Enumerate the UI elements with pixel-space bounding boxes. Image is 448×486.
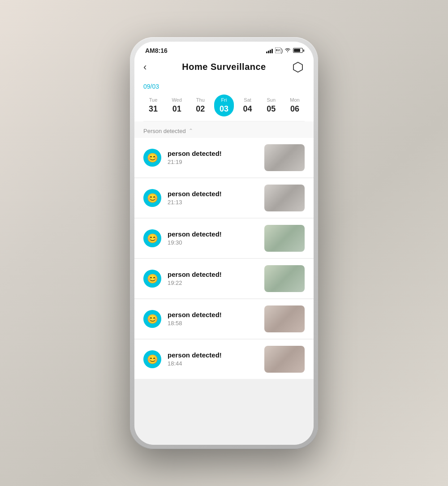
person-detect-icon: 😊 [147,193,158,203]
event-item[interactable]: 😊 person detected! 18:58 [134,299,314,339]
event-title: person detected! [168,190,258,198]
event-title: person detected! [168,351,258,359]
app-header: ‹ Home Surveillance [134,57,314,79]
event-thumbnail[interactable] [264,305,305,332]
event-item[interactable]: 😊 person detected! 18:44 [134,340,314,379]
day-item-01[interactable]: Wed01 [167,95,187,116]
back-button[interactable]: ‹ [143,61,157,73]
event-title: person detected! [168,150,258,157]
day-item-06[interactable]: Mon06 [285,95,305,116]
event-icon: 😊 [143,229,161,247]
person-detect-icon: 😊 [147,354,158,365]
event-time: 18:58 [168,320,258,327]
event-thumbnail[interactable] [264,225,305,252]
day-name: Mon [290,97,299,103]
event-thumbnail[interactable] [264,265,305,292]
event-time: 21:13 [168,199,258,206]
event-icon: 😊 [143,189,161,207]
event-item[interactable]: 😊 person detected! 19:22 [134,259,314,298]
day-name: Thu [196,97,205,103]
event-title: person detected! [168,230,258,238]
events-list: 😊 person detected! 21:19 😊 person detect… [134,138,314,445]
event-thumbnail[interactable] [264,185,305,211]
day-number: 05 [267,104,276,114]
day-number: 02 [196,104,205,114]
event-icon: 😊 [143,310,161,328]
day-number: 01 [172,104,181,114]
status-time: AM8:16 [145,47,168,54]
day-selector: Tue31Wed01Thu02Fri03Sat04Sun05Mon06 [143,95,305,121]
event-item[interactable]: 😊 person detected! 21:19 [134,138,314,177]
person-detect-icon: 😊 [147,314,158,324]
event-info: person detected! 21:13 [168,190,258,206]
event-time: 19:30 [168,239,258,246]
event-info: person detected! 18:58 [168,311,258,327]
person-detect-icon: 😊 [147,273,158,284]
page-title: Home Surveillance [182,62,266,72]
event-icon: 😊 [143,270,161,288]
day-item-31[interactable]: Tue31 [143,95,163,116]
date-section: 09/03 Tue31Wed01Thu02Fri03Sat04Sun05Mon0… [134,79,314,121]
svg-marker-0 [293,62,302,72]
event-info: person detected! 19:22 [168,271,258,286]
event-thumbnail[interactable] [264,346,305,373]
status-bar: AM8:16 ) [134,42,314,57]
event-time: 21:19 [168,159,258,165]
filter-arrow-icon: ⌃ [189,128,193,134]
filter-bar: Person detected ⌃ [134,121,314,138]
event-info: person detected! 21:19 [168,150,258,165]
settings-button[interactable] [291,60,305,74]
phone-screen: AM8:16 ) [134,42,314,445]
day-number: 04 [243,104,252,114]
filter-text: Person detected [143,128,186,134]
event-item[interactable]: 😊 person detected! 21:13 [134,178,314,218]
event-item[interactable]: 😊 person detected! 19:30 [134,219,314,258]
wifi-icon: ) [275,47,291,54]
filter-label-button[interactable]: Person detected ⌃ [143,128,305,134]
day-item-04[interactable]: Sat04 [238,95,258,116]
event-thumbnail[interactable] [264,144,305,171]
status-icons: ) [266,47,303,54]
day-name: Sun [267,97,276,103]
day-name: Wed [172,97,181,103]
event-info: person detected! 18:44 [168,351,258,367]
event-title: person detected! [168,311,258,318]
event-time: 18:44 [168,360,258,367]
day-item-03[interactable]: Fri03 [214,95,234,116]
day-name: Tue [149,97,158,103]
event-icon: 😊 [143,149,161,167]
day-number: 06 [290,104,299,114]
event-time: 19:22 [168,280,258,286]
event-info: person detected! 19:30 [168,230,258,246]
battery-icon [293,48,303,53]
day-number: 31 [149,104,158,114]
signal-icon [266,48,273,53]
day-name: Sat [244,97,251,103]
day-number: 03 [220,104,228,114]
day-item-02[interactable]: Thu02 [190,95,210,116]
person-detect-icon: 😊 [147,233,158,244]
event-title: person detected! [168,271,258,278]
day-name: Fri [221,97,227,103]
person-detect-icon: 😊 [147,152,158,163]
phone-frame: AM8:16 ) [130,37,318,449]
day-item-05[interactable]: Sun05 [261,95,281,116]
event-icon: 😊 [143,350,161,368]
current-date: 09/03 [143,83,305,90]
